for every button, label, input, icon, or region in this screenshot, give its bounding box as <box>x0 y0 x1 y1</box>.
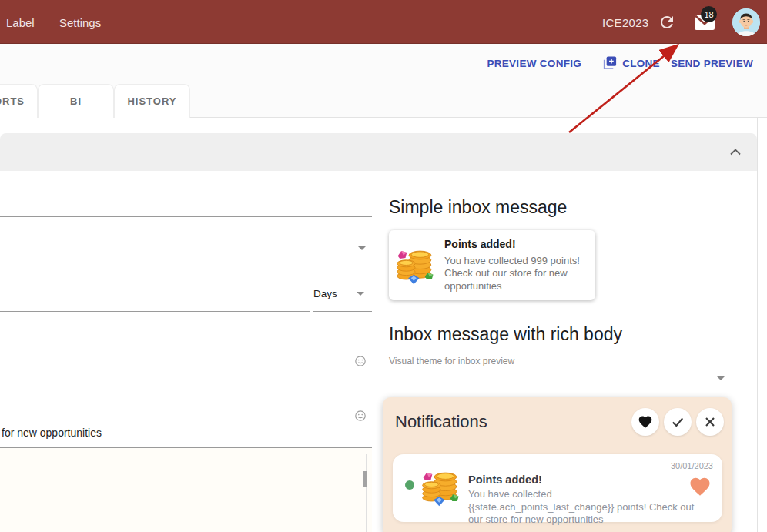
simple-card-title: Points added! <box>444 238 586 250</box>
send-preview-button[interactable]: SEND PREVIEW <box>671 58 753 69</box>
preview-config-button[interactable]: PREVIEW CONFIG <box>487 58 581 69</box>
chevron-down-icon[interactable] <box>357 292 364 296</box>
simple-inbox-card: Points added! You have collected 999 poi… <box>389 230 595 300</box>
rich-body-textarea[interactable] <box>0 448 372 532</box>
tab-reports[interactable]: ORTS <box>0 84 38 118</box>
close-icon <box>702 414 718 430</box>
top-app-bar: Label Settings ICE2023 18 <box>0 0 767 44</box>
emoji-smiley-icon[interactable] <box>354 355 367 367</box>
chevron-down-icon[interactable] <box>358 246 366 250</box>
coins-treasure-icon <box>395 245 437 286</box>
simple-card-body: You have collected 999 points! Check out… <box>444 255 586 293</box>
clone-button-label: CLONE <box>622 58 660 69</box>
clone-icon <box>601 55 618 73</box>
notifications-actions <box>631 408 724 436</box>
notification-date: 30/01/2023 <box>671 461 713 470</box>
field-underline <box>0 311 310 312</box>
notifications-panel: Notifications <box>383 397 732 532</box>
check-icon <box>670 414 685 430</box>
mark-read-button[interactable] <box>664 408 692 436</box>
project-name: ICE2023 <box>602 16 648 29</box>
field-underline <box>0 393 372 393</box>
nav-item-label[interactable]: Label <box>6 16 35 29</box>
refresh-icon[interactable] <box>658 13 676 32</box>
emoji-smiley-icon[interactable] <box>354 410 367 422</box>
field-underline <box>0 216 372 217</box>
heart-salmon-icon[interactable] <box>688 475 712 498</box>
heart-icon <box>638 414 653 430</box>
expiration-unit-select[interactable]: Days <box>313 288 337 299</box>
nav-item-settings[interactable]: Settings <box>59 16 101 29</box>
notification-title: Points added! <box>468 473 542 486</box>
textarea-scrollbar-thumb[interactable] <box>363 471 367 487</box>
chevron-up-icon[interactable] <box>725 141 746 162</box>
notification-body: You have collected {{state.ach_points_la… <box>468 488 699 527</box>
theme-select-underline[interactable] <box>384 386 728 386</box>
chevron-down-icon[interactable] <box>717 376 725 380</box>
field-underline <box>313 311 372 312</box>
rich-inbox-heading: Inbox message with rich body <box>389 324 622 345</box>
mail-badge-count: 18 <box>701 6 717 22</box>
tab-history[interactable]: HISTORY <box>114 84 190 118</box>
textarea-scrollbar-track <box>366 454 367 532</box>
page-gutter <box>757 118 767 532</box>
collapsible-section-header[interactable] <box>0 133 757 171</box>
tab-bar: ORTS BI HISTORY <box>0 83 767 118</box>
clone-button[interactable]: CLONE <box>601 55 660 73</box>
close-button[interactable] <box>696 408 724 436</box>
notifications-title: Notifications <box>395 412 487 432</box>
preview-toolbar: PREVIEW CONFIG CLONE SEND PREVIEW <box>0 44 767 83</box>
theme-select-label: Visual theme for inbox preview <box>389 356 514 366</box>
app-screen: Label Settings ICE2023 18 <box>0 0 767 532</box>
unread-indicator-dot <box>405 480 414 490</box>
user-avatar[interactable] <box>732 8 760 36</box>
message-body-field[interactable]: for new opportunities <box>2 427 102 439</box>
notification-card[interactable]: 30/01/2023 Points added! You have collec… <box>393 454 722 522</box>
coins-treasure-icon <box>420 467 462 508</box>
field-underline <box>0 259 372 259</box>
heart-filter-button[interactable] <box>631 408 659 436</box>
tab-bi[interactable]: BI <box>38 84 114 118</box>
simple-inbox-heading: Simple inbox message <box>389 197 567 218</box>
